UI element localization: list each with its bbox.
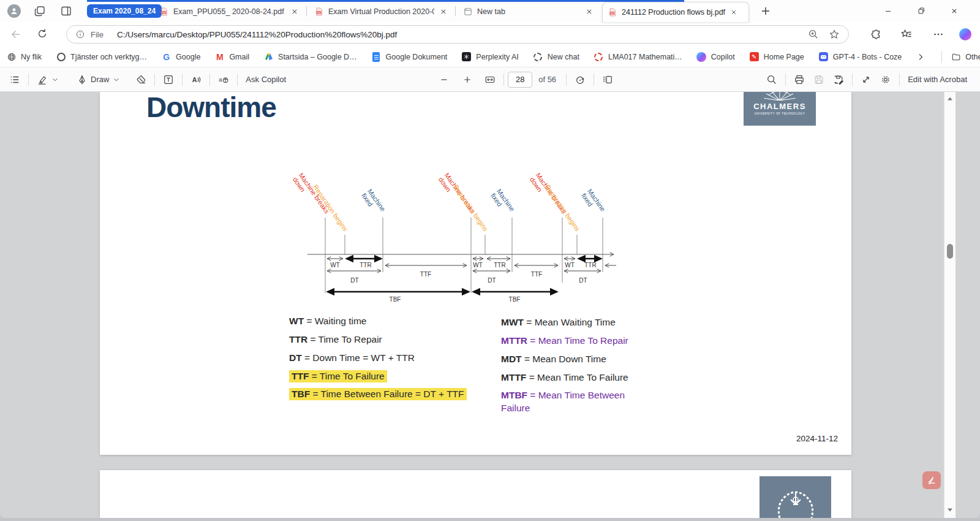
read-aloud-button[interactable] [186,70,206,89]
url-text[interactable]: C:/Users/marcu/Desktop/PPU055/241112%20P… [117,30,808,39]
docs-icon [371,51,382,62]
close-tab-icon[interactable] [584,7,594,17]
close-window-button[interactable] [940,3,968,19]
draw-button[interactable]: Draw [72,70,125,89]
read-aloud-icon [190,74,202,85]
toolbar-divider [566,74,567,86]
fullscreen-button[interactable] [856,70,876,89]
favorite-perplexity[interactable]: Perplexity AI [461,51,518,62]
definition-mttf: MTTF = Mean Time To Failure [501,371,628,384]
zoom-page-icon[interactable] [808,29,819,40]
fit-to-width-button[interactable] [480,70,500,89]
definition-wt: WT = Waiting time [289,314,366,327]
favorites-bar: Ny flik Tjänster och verktyg… GGoogle MG… [0,47,980,67]
minus-icon [439,75,449,85]
svg-text:TBF: TBF [509,296,521,303]
close-tab-icon[interactable] [729,8,738,17]
tab-exam-virtual-production[interactable]: Exam Virtual Production 2020-08- [309,2,453,21]
erase-button[interactable] [131,70,151,89]
favorite-gmail[interactable]: MGmail [214,51,249,62]
svg-text:TTF: TTF [420,271,431,278]
new-tab-button[interactable] [760,5,772,17]
favorite-tjanster[interactable]: Tjänster och verktyg… [56,51,147,62]
back-button[interactable] [10,28,22,40]
info-icon[interactable] [75,29,85,39]
copilot-button[interactable] [959,28,971,40]
profile-avatar[interactable] [7,4,21,18]
scroll-down-arrow[interactable] [946,506,954,514]
favorites-button[interactable] [900,28,913,40]
favorite-google-drive[interactable]: Startsida – Google D… [263,51,357,62]
save-as-button[interactable] [829,70,848,89]
close-tab-icon[interactable] [439,7,448,17]
tab-new-tab[interactable]: New tab [458,2,599,21]
minimize-button[interactable] [874,3,902,19]
ask-copilot-button[interactable]: Ask Copilot [241,70,290,89]
tab-group-label[interactable]: Exam 2020_08_24 [87,4,162,18]
add-text-button[interactable] [159,70,178,89]
person-icon [10,7,18,15]
scrollbar-thumb[interactable] [947,244,953,259]
toolbar-divider [594,74,594,86]
pdf-settings-button[interactable] [876,70,895,89]
svg-text:Reparation begins: Reparation begins [312,183,349,232]
table-of-contents-button[interactable] [5,70,24,89]
close-tab-icon[interactable] [290,7,300,17]
globe-icon [6,51,17,62]
favorite-google-docs[interactable]: Google Dokument [371,51,448,62]
maximize-button[interactable] [907,3,935,19]
eraser-icon [135,74,146,85]
refresh-icon [37,28,48,39]
zoom-out-button[interactable] [435,70,453,89]
favorite-google[interactable]: GGoogle [161,51,200,62]
favorite-star-icon[interactable] [829,29,840,40]
tab-exam-ppu055[interactable]: Exam_PPU055_ 2020-08-24.pdf [154,2,304,21]
search-document-button[interactable] [762,70,782,89]
edit-with-acrobat-button[interactable]: Edit with Acrobat [903,70,971,89]
chevron-down-icon[interactable] [51,75,59,84]
favorite-copilot[interactable]: Copilot [696,51,735,62]
translate-button[interactable] [214,70,233,89]
extensions-button[interactable] [870,28,882,40]
highlight-button[interactable] [32,70,64,89]
favorite-new-chat[interactable]: New chat [533,51,579,62]
vertical-scrollbar[interactable] [944,92,956,518]
slide-title: Downtime [146,92,276,124]
toolbar-divider [182,74,183,86]
scroll-up-arrow[interactable] [946,95,954,102]
chevron-down-icon[interactable] [112,75,121,84]
favorites-overflow-chevron[interactable] [916,52,925,62]
favorite-ny-flik[interactable]: Ny flik [6,51,42,62]
print-button[interactable] [790,70,809,89]
definition-ttr: TTR = Time To Repair [289,333,382,346]
tab-panel-icon [60,5,72,17]
address-input[interactable]: File C:/Users/marcu/Desktop/PPU055/24111… [66,25,849,44]
page-number-input[interactable] [508,72,532,88]
favorite-lma017[interactable]: LMA017 Mathemati… [594,51,682,62]
draw-pen-icon [77,74,88,85]
svg-text:TTF: TTF [531,271,542,278]
back-arrow-icon [10,28,22,40]
folder-icon [951,51,961,62]
svg-text:WT: WT [330,262,340,268]
settings-more-button[interactable] [932,28,944,40]
window-bottom-edge [0,518,980,521]
tab-actions-button[interactable] [60,5,72,17]
definition-mdt: MDT = Mean Down Time [501,352,606,365]
rotate-button[interactable] [570,70,590,89]
tab-production-flows-active[interactable]: 241112 Production flows bj.pdf [602,2,749,22]
page-view-button[interactable] [598,70,617,89]
downtime-timeline-diagram: Machine breaksdown Reparation begins Mac… [270,150,680,310]
save-button[interactable] [809,70,829,89]
other-favourites-button[interactable]: Other favourites [951,51,980,62]
expand-icon [861,74,872,85]
zoom-in-button[interactable] [458,70,477,89]
search-icon [766,74,777,85]
favorite-coze[interactable]: GPT-4 - Bots - Coze [818,51,902,62]
favorite-home-page[interactable]: ✎Home Page [749,51,804,62]
tab-title: New tab [477,7,580,16]
open-in-acrobat-button[interactable] [922,471,941,489]
copilot-icon [959,28,971,40]
workspaces-button[interactable] [34,5,46,17]
refresh-button[interactable] [37,28,48,39]
